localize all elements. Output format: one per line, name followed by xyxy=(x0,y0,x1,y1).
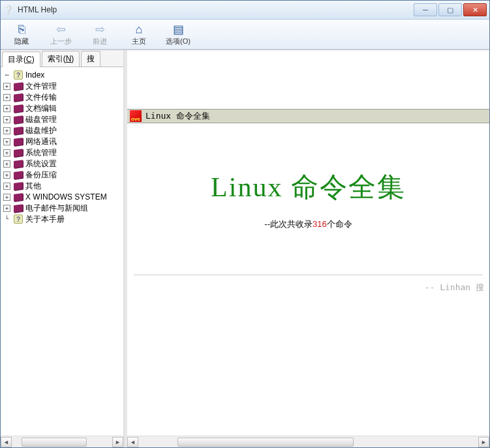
tree-node[interactable]: +X WINDOWS SYSTEM xyxy=(2,192,122,202)
book-icon xyxy=(13,137,23,146)
app-icon: ❔ xyxy=(3,5,14,15)
scroll-left-button[interactable]: ◄ xyxy=(127,437,138,447)
book-icon xyxy=(13,93,23,102)
tree-node[interactable]: +电子邮件与新闻组 xyxy=(2,203,122,213)
scroll-left-button[interactable]: ◄ xyxy=(1,437,12,447)
nav-scrollbar[interactable]: ◄ ► xyxy=(1,436,123,447)
tree-label: 磁盘管理 xyxy=(25,114,57,125)
close-button[interactable]: ✕ xyxy=(463,3,487,16)
tree-label: Index xyxy=(25,70,44,80)
expander-icon[interactable]: + xyxy=(3,149,10,157)
expander-icon[interactable]: + xyxy=(3,138,10,145)
tree-node[interactable]: +文档编辑 xyxy=(2,103,122,113)
tab-search[interactable]: 搜 xyxy=(81,51,100,67)
tree-node[interactable]: +文件管理 xyxy=(2,81,122,91)
home-icon: ⌂ xyxy=(136,22,143,37)
tool-label: 选项(O) xyxy=(166,37,191,46)
tab-index[interactable]: 索引(N) xyxy=(42,51,80,67)
forward-icon: ⇨ xyxy=(95,22,105,37)
scroll-thumb[interactable] xyxy=(22,438,87,447)
tree-connector: ⋯ xyxy=(3,72,10,79)
help-page-icon: ? xyxy=(13,70,23,80)
tree-view[interactable]: ⋯?Index+文件管理+文件传输+文档编辑+磁盘管理+磁盘维护+网络通讯+系统… xyxy=(1,67,123,436)
tree-connector: └ xyxy=(3,216,10,223)
tree-label: X WINDOWS SYSTEM xyxy=(25,192,107,202)
tree-label: 关于本手册 xyxy=(25,214,65,225)
content-scrollbar[interactable]: ◄ ► xyxy=(127,436,489,447)
maximize-button[interactable]: ▢ xyxy=(438,3,462,16)
minimize-button[interactable]: ─ xyxy=(414,3,437,16)
expander-icon[interactable]: + xyxy=(3,205,10,212)
tree-label: 备份压缩 xyxy=(25,170,57,181)
book-icon xyxy=(13,159,23,168)
tree-node[interactable]: └?关于本手册 xyxy=(2,214,122,224)
back-icon: ⇦ xyxy=(56,22,66,37)
options-icon: ▤ xyxy=(173,22,184,37)
expander-icon[interactable]: + xyxy=(3,105,10,112)
expander-icon[interactable]: + xyxy=(3,116,10,123)
help-page-icon: ? xyxy=(13,215,23,224)
scroll-right-button[interactable]: ► xyxy=(478,437,489,447)
hide-button[interactable]: ⎘隐藏 xyxy=(6,22,37,46)
expander-icon[interactable]: + xyxy=(3,194,10,201)
expander-icon[interactable]: + xyxy=(3,127,10,134)
book-icon xyxy=(13,115,23,124)
forward-button: ⇨前进 xyxy=(84,22,115,46)
tool-label: 隐藏 xyxy=(14,37,29,46)
expander-icon[interactable]: + xyxy=(3,160,10,168)
book-icon xyxy=(13,148,23,157)
tree-label: 系统管理 xyxy=(25,147,57,158)
window-title: HTML Help xyxy=(18,5,412,14)
tree-node[interactable]: ⋯?Index xyxy=(2,70,122,80)
credit-text: -- Linhan 搜 xyxy=(127,282,489,293)
expander-icon[interactable]: + xyxy=(3,83,10,90)
expander-icon[interactable]: + xyxy=(3,94,10,101)
content-body: ove Linux 命令全集 Linux 命令全集 --此次共收录316个命令 … xyxy=(127,50,489,436)
tree-node[interactable]: +其他 xyxy=(2,181,122,191)
book-icon xyxy=(13,192,23,202)
back-button: ⇦上一步 xyxy=(45,22,76,46)
book-icon xyxy=(13,203,23,213)
book-icon xyxy=(13,170,23,179)
tree-label: 系统设置 xyxy=(25,158,57,170)
tree-node[interactable]: +磁盘管理 xyxy=(2,114,122,125)
tree-label: 网络通讯 xyxy=(25,136,57,147)
nav-pane: 目录(C)索引(N)搜 ⋯?Index+文件管理+文件传输+文档编辑+磁盘管理+… xyxy=(1,50,125,447)
tool-label: 前进 xyxy=(93,37,107,46)
scroll-right-button[interactable]: ► xyxy=(112,437,123,447)
tree-label: 文件管理 xyxy=(25,81,57,92)
home-button[interactable]: ⌂主页 xyxy=(123,22,155,46)
book-icon xyxy=(13,104,23,113)
tree-node[interactable]: +网络通讯 xyxy=(2,136,122,147)
tree-label: 文件传输 xyxy=(25,92,57,103)
book-icon xyxy=(13,181,23,190)
tab-strip: 目录(C)索引(N)搜 xyxy=(1,50,123,67)
tree-node[interactable]: +系统管理 xyxy=(2,147,122,158)
scroll-track[interactable] xyxy=(138,437,478,447)
tree-node[interactable]: +系统设置 xyxy=(2,158,122,169)
tree-node[interactable]: +备份压缩 xyxy=(2,170,122,180)
tree-label: 文档编辑 xyxy=(25,103,57,114)
content-pane: ove Linux 命令全集 Linux 命令全集 --此次共收录316个命令 … xyxy=(127,50,489,447)
tree-label: 磁盘维护 xyxy=(25,125,57,136)
divider xyxy=(134,275,483,275)
scroll-track[interactable] xyxy=(12,437,112,447)
tool-label: 上一步 xyxy=(50,37,72,46)
page-title: Linux 命令全集 xyxy=(127,169,489,205)
book-icon xyxy=(13,126,23,135)
subtitle-prefix: --此次共收录 xyxy=(264,219,313,229)
tree-node[interactable]: +磁盘维护 xyxy=(2,125,122,136)
subtitle-suffix: 个命令 xyxy=(327,219,352,229)
scroll-thumb[interactable] xyxy=(177,438,354,447)
expander-icon[interactable]: + xyxy=(3,172,10,179)
page-header: ove Linux 命令全集 xyxy=(127,109,489,123)
tab-contents[interactable]: 目录(C) xyxy=(2,52,40,67)
titlebar[interactable]: ❔ HTML Help ─ ▢ ✕ xyxy=(1,1,489,20)
expander-icon[interactable]: + xyxy=(3,183,10,190)
window-frame: ❔ HTML Help ─ ▢ ✕ ⎘隐藏⇦上一步⇨前进⌂主页▤选项(O) 目录… xyxy=(0,0,490,448)
options-button[interactable]: ▤选项(O) xyxy=(162,22,194,46)
header-text: Linux 命令全集 xyxy=(145,110,210,122)
tree-label: 电子邮件与新闻组 xyxy=(25,203,88,214)
book-icon xyxy=(13,82,23,91)
tree-node[interactable]: +文件传输 xyxy=(2,92,122,102)
